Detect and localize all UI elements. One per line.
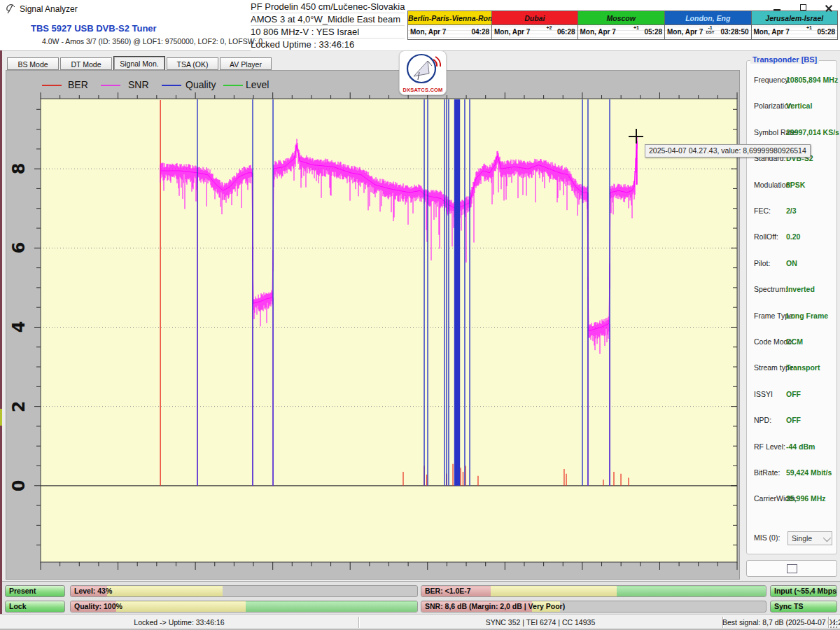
status-uptime: Locked -> Uptime: 33:46:16: [0, 615, 358, 630]
clock-utc-offset: +1: [634, 26, 639, 30]
legend-line-quality: [162, 85, 181, 86]
transponder-row-label: RollOff:: [754, 232, 778, 241]
transponder-row-label: Frequency:: [754, 76, 791, 84]
maximize-button[interactable]: [797, 2, 812, 13]
y-tick-label: 8: [9, 158, 30, 179]
bar-label: Level: 43%: [74, 586, 112, 596]
y-tick-label: 4: [9, 316, 30, 337]
clock-time: 05:28: [644, 28, 662, 36]
clock-city: Moscow: [578, 11, 665, 25]
transponder-row-label: FEC:: [754, 206, 771, 215]
tab-dt-mode[interactable]: DT Mode: [60, 57, 112, 70]
clock-time: 06:28: [557, 28, 575, 36]
clock-value: Mon, Apr 7+105:28: [752, 25, 838, 39]
tab-bs-mode[interactable]: BS Mode: [7, 57, 59, 70]
transponder-row-value: 8PSK: [786, 181, 805, 189]
transponder-row-value: Inverted: [786, 285, 815, 293]
dxsatcs-logo: DXSATCS.COM: [399, 50, 447, 95]
clock-city: Jerusalem-Israel: [752, 11, 838, 25]
tab-tsa-ok-[interactable]: TSA (OK): [167, 57, 218, 70]
tuner-details: 4.0W - Amos 3/7 (ID: 3560) @ LOF1: 97500…: [42, 37, 262, 46]
transponder-row-value: -44 dBm: [786, 442, 815, 451]
clock-date: Mon, Apr 7: [494, 28, 530, 36]
clock-cell: MoscowMon, Apr 7+105:28: [578, 11, 666, 39]
value-tooltip: 2025-04-07 04.27.43, value: 8,6999998092…: [645, 144, 811, 158]
transponder-row-value: 59,424 Mbit/s: [786, 468, 832, 477]
transponder-row-value: Long Frame: [786, 312, 828, 320]
bar-label: Quality: 100%: [74, 601, 122, 612]
bar-label: BER: <1.0E-7: [425, 586, 471, 596]
clock-date: Mon, Apr 7: [754, 28, 790, 36]
transponder-row-value: ON: [786, 259, 797, 267]
station-info-block: PF Prodelin 450 cm/Lučenec-SlovakiaAMOS …: [251, 1, 405, 51]
status-best-signal: Best signal: 8,7 dB (2025-04-07 04:23): [722, 615, 827, 630]
y-tick-label: 0: [9, 475, 30, 496]
transponder-row-value: Transport: [786, 363, 820, 372]
legend-label: Quality: [186, 79, 216, 90]
transponder-row-value: CCM: [786, 337, 803, 346]
mis-dropdown[interactable]: Single: [788, 531, 832, 545]
clock-cell: Berlin-Paris-Vienna-RomaMon, Apr 704:28: [408, 11, 492, 39]
minimize-icon: [774, 9, 780, 10]
level-quality-bar: Quality: 100%: [70, 601, 418, 612]
legend-line-level: [223, 85, 243, 86]
transponder-row-label: ISSYI: [754, 390, 773, 398]
clock-value: Mon, Apr 7-1DST03:28:50: [665, 25, 751, 39]
transponder-row-label: RF Level:: [754, 442, 785, 451]
clock-city: Dubai: [492, 11, 578, 25]
clock-city: London, Eng: [665, 11, 751, 25]
ber-snr-bar: SNR: 8,6 dB (Margin: 2,0 dB | Very Poor): [421, 601, 766, 612]
level-quality-bar: Level: 43%: [70, 585, 418, 597]
clock-cell: Jerusalem-IsraelMon, Apr 7+105:28: [752, 11, 838, 39]
transponder-groupbox: Frequency:10805,894 MHzPolarization:Vert…: [746, 60, 837, 554]
chevron-down-icon: [823, 534, 831, 542]
clock-value: Mon, Apr 7+206:28: [492, 25, 578, 39]
clock-utc-offset: -1DST: [706, 26, 715, 34]
legend-label: Level: [246, 79, 269, 90]
window-left-border: [0, 50, 2, 614]
clock-value: Mon, Apr 7+105:28: [578, 25, 665, 39]
clock-date: Mon, Apr 7: [667, 28, 703, 36]
log-table-button[interactable]: [746, 560, 837, 577]
close-button[interactable]: [822, 2, 837, 13]
transponder-row-value: OFF: [786, 416, 801, 424]
clock-time: 04:28: [471, 28, 489, 36]
bar-segment-yellow: [116, 601, 246, 612]
right-capsule: Sync TS: [770, 601, 837, 612]
transponder-row-value: OFF: [786, 390, 801, 398]
transponder-row-value: 2/3: [786, 206, 797, 215]
signal-chart-panel: BERSNRQualityLevel 86420: [6, 70, 740, 580]
indicator-capsule: Present: [5, 585, 65, 597]
clock-time: 05:28: [817, 28, 835, 36]
transponder-row-label: BitRate:: [754, 468, 780, 477]
status-sync-counters: SYNC 352 | TEI 6274 | CC 14935: [358, 615, 722, 630]
desktop-artifact: [0, 409, 2, 426]
legend-label: SNR: [128, 79, 149, 90]
transponder-row-label: NPD:: [754, 416, 771, 424]
signal-plot[interactable]: [32, 90, 746, 573]
signal-analyzer-window: Signal Analyzer TBS 5927 USB DVB-S2 Tune…: [0, 0, 840, 630]
station-info-line: AMOS 3 at 4,0°W_Middle East beam: [251, 13, 405, 26]
tab-signal-mon-[interactable]: Signal Mon.: [113, 56, 165, 71]
window-title: Signal Analyzer: [20, 4, 78, 14]
bar-segment-yellow: [107, 586, 223, 596]
tuner-name: TBS 5927 USB DVB-S2 Tuner: [31, 23, 157, 34]
bar-segment-green: [246, 601, 418, 612]
legend-line-snr: [101, 85, 120, 86]
minimize-button[interactable]: [770, 2, 785, 13]
logo-text: DXSATCS.COM: [400, 87, 446, 93]
y-tick-label: 2: [9, 396, 30, 417]
right-capsule: Input (~55,4 Mbps): [770, 585, 837, 597]
clock-time: 03:28:50: [720, 28, 748, 36]
transponder-row-label: Spectrum:: [754, 285, 788, 293]
tab-av-player[interactable]: AV Player: [220, 57, 272, 70]
transponder-row-value: 0.20: [786, 232, 800, 241]
clock-cell: DubaiMon, Apr 7+206:28: [492, 11, 578, 39]
bar-label: SNR: 8,6 dB (Margin: 2,0 dB | Very Poor): [425, 601, 565, 612]
clock-date: Mon, Apr 7: [580, 28, 616, 36]
y-tick-label: 6: [9, 237, 30, 258]
status-bar: Locked -> Uptime: 33:46:16 SYNC 352 | TE…: [0, 614, 840, 630]
station-info-line: 10 806 MHz-V : YES Israel: [251, 26, 405, 38]
clock-value: Mon, Apr 704:28: [408, 25, 491, 39]
mis-label: MIS (0):: [754, 533, 780, 542]
